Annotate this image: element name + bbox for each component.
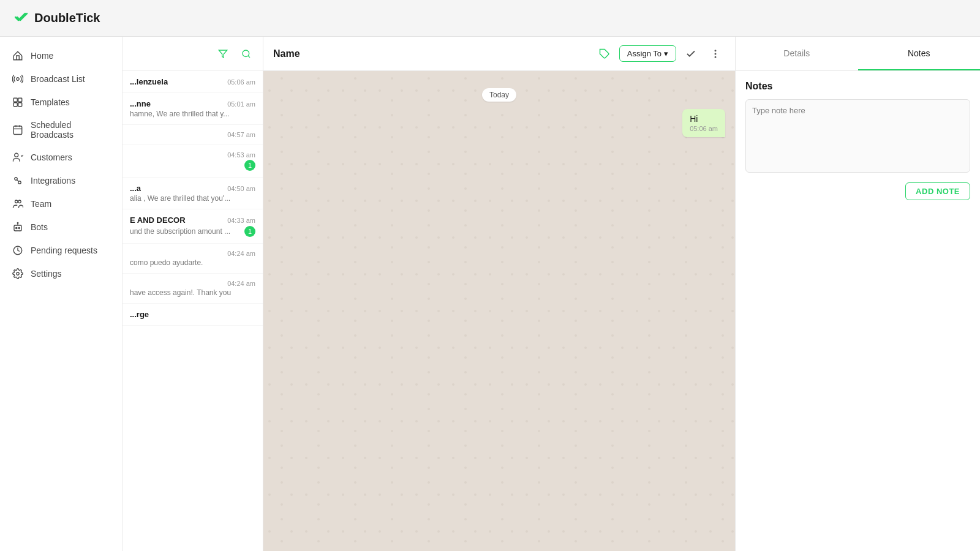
sidebar-label-integrations: Integrations <box>31 176 75 186</box>
svg-line-23 <box>248 56 250 58</box>
broadcast-icon <box>12 73 23 84</box>
sidebar-item-bots[interactable]: Bots <box>0 216 122 239</box>
sidebar-item-customers[interactable]: Customers <box>0 146 122 169</box>
svg-line-12 <box>17 180 18 181</box>
svg-rect-4 <box>18 103 22 107</box>
main-layout: Home Broadcast List Templates Scheduled … <box>0 37 980 551</box>
svg-point-11 <box>18 181 21 184</box>
svg-point-20 <box>17 272 20 276</box>
right-panel-tabs: Details Notes <box>736 37 980 71</box>
team-icon <box>12 198 23 209</box>
assign-to-button[interactable]: Assign To ▾ <box>619 45 676 62</box>
right-panel-content: Notes ADD NOTE <box>736 71 980 551</box>
chat-area: Name Assign To ▾ Today <box>263 37 735 551</box>
list-item[interactable]: 04:53 am 1 <box>123 145 263 178</box>
note-textarea[interactable] <box>745 99 970 173</box>
sidebar-label-settings: Settings <box>31 269 62 279</box>
sidebar-label-scheduled: Scheduled Broadcasts <box>31 120 110 140</box>
home-icon <box>12 50 23 61</box>
list-item[interactable]: 04:57 am <box>123 125 263 145</box>
svg-point-26 <box>715 53 716 54</box>
svg-rect-5 <box>13 126 22 135</box>
settings-icon <box>12 268 23 279</box>
more-options-button[interactable] <box>706 44 725 64</box>
sidebar-label-bots: Bots <box>31 222 48 232</box>
svg-point-16 <box>16 227 17 228</box>
date-divider: Today <box>273 88 725 102</box>
sidebar-label-customers: Customers <box>31 152 72 162</box>
bubble-time: 05:06 am <box>690 125 718 132</box>
sidebar-item-pending-requests[interactable]: Pending requests <box>0 239 122 262</box>
svg-point-13 <box>15 200 18 203</box>
chevron-down-icon: ▾ <box>664 49 668 58</box>
tag-button[interactable] <box>595 44 614 64</box>
list-item[interactable]: ...rge <box>123 304 263 326</box>
list-item[interactable]: ...a 04:50 am alia , We are thrilled tha… <box>123 178 263 209</box>
bubble: Hi 05:06 am <box>682 109 725 137</box>
svg-point-18 <box>17 223 18 224</box>
sidebar-item-home[interactable]: Home <box>0 44 122 67</box>
chat-list-header <box>123 37 263 71</box>
message-bubble: Hi 05:06 am <box>273 109 725 137</box>
bots-icon <box>12 222 23 233</box>
chat-messages: Today Hi 05:06 am <box>263 71 735 551</box>
templates-icon <box>12 97 23 108</box>
tab-details[interactable]: Details <box>736 37 858 70</box>
tab-notes[interactable]: Notes <box>858 37 981 70</box>
list-item[interactable]: 04:24 am have access again!. Thank you <box>123 274 263 304</box>
svg-point-9 <box>15 153 18 157</box>
sidebar-label-pending: Pending requests <box>31 246 97 255</box>
sidebar-item-templates[interactable]: Templates <box>0 91 122 114</box>
sidebar-item-scheduled-broadcasts[interactable]: Scheduled Broadcasts <box>0 114 122 146</box>
chat-header: Name Assign To ▾ <box>263 37 735 71</box>
svg-point-10 <box>15 178 18 181</box>
sidebar-label-templates: Templates <box>31 97 70 107</box>
sidebar-item-broadcast-list[interactable]: Broadcast List <box>0 67 122 91</box>
notes-section-title: Notes <box>745 81 970 92</box>
search-button[interactable] <box>237 45 255 63</box>
top-bar: DoubleTick <box>0 0 980 37</box>
sidebar-item-settings[interactable]: Settings <box>0 262 122 285</box>
sidebar-item-integrations[interactable]: Integrations <box>0 169 122 192</box>
chat-contact-name: Name <box>273 48 587 59</box>
svg-point-0 <box>17 78 20 81</box>
chat-header-actions: Assign To ▾ <box>595 44 725 64</box>
sidebar-label-broadcast-list: Broadcast List <box>31 74 85 84</box>
svg-rect-3 <box>13 103 17 107</box>
sidebar-item-team[interactable]: Team <box>0 192 122 216</box>
svg-rect-1 <box>13 98 17 102</box>
list-item[interactable]: 04:24 am como puedo ayudarte. <box>123 244 263 274</box>
chat-list: ...lenzuela 05:06 am ...nne 05:01 am ham… <box>123 71 263 551</box>
svg-rect-2 <box>18 98 22 102</box>
svg-point-17 <box>18 227 20 228</box>
sidebar: Home Broadcast List Templates Scheduled … <box>0 37 123 551</box>
svg-point-25 <box>715 50 716 51</box>
pending-icon <box>12 245 23 256</box>
customers-icon <box>12 152 23 163</box>
chat-list-panel: ...lenzuela 05:06 am ...nne 05:01 am ham… <box>123 37 263 551</box>
sidebar-label-home: Home <box>31 51 53 61</box>
check-button[interactable] <box>681 44 701 64</box>
svg-rect-15 <box>14 225 21 231</box>
logo-icon <box>15 9 29 28</box>
scheduled-icon <box>12 124 23 135</box>
svg-point-14 <box>18 200 21 203</box>
svg-marker-21 <box>219 50 227 58</box>
right-panel: Details Notes Notes ADD NOTE <box>735 37 980 551</box>
svg-point-22 <box>243 50 249 57</box>
assign-btn-label: Assign To <box>627 49 662 58</box>
app-title: DoubleTick <box>34 11 100 25</box>
filter-button[interactable] <box>214 45 232 63</box>
list-item[interactable]: ...lenzuela 05:06 am <box>123 71 263 93</box>
integrations-icon <box>12 175 23 186</box>
list-item[interactable]: ...nne 05:01 am hamne, We are thrilled t… <box>123 93 263 125</box>
svg-point-27 <box>715 56 716 58</box>
add-note-container: ADD NOTE <box>745 182 970 200</box>
date-chip: Today <box>482 88 516 102</box>
sidebar-label-team: Team <box>31 199 51 209</box>
add-note-button[interactable]: ADD NOTE <box>905 182 970 200</box>
bubble-text: Hi <box>690 114 718 124</box>
list-item[interactable]: E AND DECOR 04:33 am und the subscriptio… <box>123 209 263 244</box>
logo: DoubleTick <box>15 9 100 28</box>
